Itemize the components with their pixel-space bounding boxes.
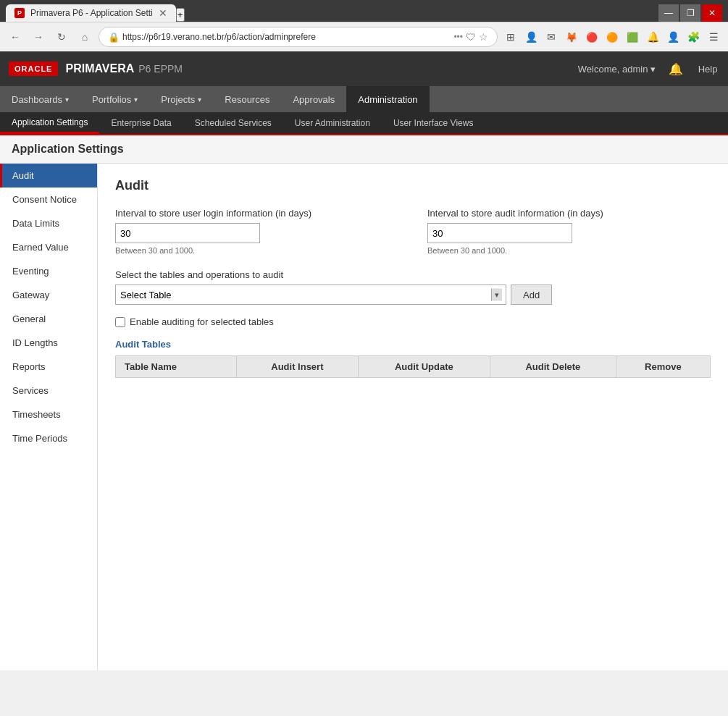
addon2-icon[interactable]: 🟠 — [603, 28, 621, 46]
tab-close-icon[interactable]: ✕ — [159, 8, 167, 18]
col-header-audit-insert: Audit Insert — [237, 356, 359, 378]
sidebar-item-reports[interactable]: Reports — [0, 355, 97, 379]
url-ellipsis: ••• — [453, 32, 463, 42]
sidebar-item-data-limits[interactable]: Data Limits — [0, 211, 97, 235]
projects-chevron-icon: ▾ — [198, 96, 201, 104]
select-tables-row: Select the tables and operations to audi… — [115, 269, 711, 305]
browser-chrome: P Primavera P6 - Application Setti ✕ + —… — [0, 0, 728, 22]
audit-interval-input[interactable] — [427, 223, 572, 243]
nav-portfolios-label: Portfolios — [92, 94, 131, 105]
notification-bell-icon[interactable]: 🔔 — [664, 57, 687, 80]
close-window-button[interactable]: ✕ — [702, 4, 722, 22]
nav-administration[interactable]: Administration — [346, 86, 429, 112]
minimize-button[interactable]: — — [658, 4, 679, 22]
dashboards-chevron-icon: ▾ — [65, 96, 69, 104]
nav-projects[interactable]: Projects ▾ — [149, 86, 213, 112]
subnav-user-administration-label: User Administration — [295, 118, 370, 128]
section-title: Audit — [115, 178, 711, 193]
audit-interval-label: Interval to store audit information (in … — [427, 208, 711, 219]
subnav-user-administration[interactable]: User Administration — [283, 112, 382, 134]
subnav-scheduled-services[interactable]: Scheduled Services — [183, 112, 283, 134]
sidebar-item-id-lengths[interactable]: ID Lengths — [0, 331, 97, 355]
browser-tabs: P Primavera P6 - Application Setti ✕ + — [6, 4, 722, 22]
subnav-application-settings[interactable]: Application Settings — [0, 112, 99, 134]
url-text: https://p6r19.verano.net.br/p6/action/ad… — [122, 32, 451, 42]
nav-projects-label: Projects — [161, 94, 195, 105]
new-tab-button[interactable]: + — [176, 8, 185, 22]
address-bar[interactable]: 🔒 https://p6r19.verano.net.br/p6/action/… — [99, 27, 498, 47]
subnav-application-settings-label: Application Settings — [12, 117, 88, 127]
app-product: P6 EPPM — [138, 63, 183, 75]
app-brand: PRIMAVERA — [65, 62, 134, 75]
login-interval-group: Interval to store user login information… — [115, 208, 398, 255]
audit-interval-hint: Between 30 and 1000. — [427, 246, 711, 255]
addon3-icon[interactable]: 🟩 — [624, 28, 641, 46]
sidebar-item-audit[interactable]: Audit — [0, 164, 97, 188]
nav-dashboards[interactable]: Dashboards ▾ — [0, 86, 80, 112]
welcome-text[interactable]: Welcome, admin — [578, 64, 656, 75]
main-nav: Dashboards ▾ Portfolios ▾ Projects ▾ Res… — [0, 86, 728, 112]
sidebar-item-eventing[interactable]: Eventing — [0, 259, 97, 283]
content-layout: Audit Consent Notice Data Limits Earned … — [0, 164, 728, 670]
puzzle-icon[interactable]: 🧩 — [685, 28, 702, 46]
sidebar-item-services[interactable]: Services — [0, 379, 97, 403]
fox-icon[interactable]: 🦊 — [563, 28, 580, 46]
user2-icon[interactable]: 👤 — [664, 28, 682, 46]
app-header: ORACLE PRIMAVERA P6 EPPM Welcome, admin … — [0, 51, 728, 86]
browser-tab-active[interactable]: P Primavera P6 - Application Setti ✕ — [6, 4, 176, 22]
refresh-button[interactable]: ↻ — [52, 28, 71, 46]
table-select[interactable]: Select Table — [115, 285, 506, 305]
sidebar-item-time-periods[interactable]: Time Periods — [0, 426, 97, 450]
sidebar-item-general[interactable]: General — [0, 307, 97, 331]
home-button[interactable]: ⌂ — [75, 28, 94, 46]
page-container: Application Settings Audit Consent Notic… — [0, 135, 728, 670]
menu-icon[interactable]: ☰ — [705, 28, 722, 46]
col-header-remove: Remove — [616, 356, 710, 378]
subnav-user-interface-views-label: User Interface Views — [393, 118, 474, 128]
sidebar: Audit Consent Notice Data Limits Earned … — [0, 164, 98, 670]
enable-auditing-checkbox[interactable] — [115, 317, 125, 327]
header-right: Welcome, admin 🔔 Help — [578, 57, 719, 80]
profile-icon[interactable]: 👤 — [522, 28, 540, 46]
checkbox-row: Enable auditing for selected tables — [115, 316, 711, 327]
extensions-icon[interactable]: ⊞ — [502, 28, 519, 46]
subnav-user-interface-views[interactable]: User Interface Views — [382, 112, 485, 134]
sidebar-item-earned-value[interactable]: Earned Value — [0, 235, 97, 259]
login-interval-label: Interval to store user login information… — [115, 208, 398, 219]
back-button[interactable]: ← — [6, 28, 25, 46]
tab-favicon: P — [14, 8, 25, 18]
shield-icon: 🛡 — [466, 31, 476, 43]
forward-button[interactable]: → — [29, 28, 48, 46]
audit-interval-group: Interval to store audit information (in … — [427, 208, 711, 255]
maximize-button[interactable]: ❐ — [680, 4, 700, 22]
nav-resources[interactable]: Resources — [213, 86, 281, 112]
nav-approvals-label: Approvals — [293, 94, 335, 105]
help-button[interactable]: Help — [696, 57, 719, 80]
window-controls: — ❐ ✕ — [658, 4, 722, 22]
select-with-btn: Select Table ▾ Add — [115, 285, 711, 305]
subnav-scheduled-services-label: Scheduled Services — [195, 118, 272, 128]
nav-portfolios[interactable]: Portfolios ▾ — [80, 86, 149, 112]
secure-icon: 🔒 — [108, 32, 120, 43]
login-interval-hint: Between 30 and 1000. — [115, 246, 398, 255]
nav-approvals[interactable]: Approvals — [281, 86, 346, 112]
nav-administration-label: Administration — [358, 94, 417, 105]
browser-toolbar: ← → ↻ ⌂ 🔒 https://p6r19.verano.net.br/p6… — [0, 22, 728, 51]
portfolios-chevron-icon: ▾ — [134, 96, 138, 104]
sidebar-item-timesheets[interactable]: Timesheets — [0, 403, 97, 426]
subnav-enterprise-data[interactable]: Enterprise Data — [99, 112, 183, 134]
mail-icon[interactable]: ✉ — [543, 28, 560, 46]
col-header-audit-update: Audit Update — [358, 356, 490, 378]
enable-auditing-label: Enable auditing for selected tables — [130, 316, 274, 327]
addon-icon[interactable]: 🔴 — [583, 28, 601, 46]
star-icon: ☆ — [479, 31, 488, 43]
sidebar-item-gateway[interactable]: Gateway — [0, 283, 97, 307]
login-interval-input[interactable] — [115, 223, 260, 243]
bell-icon[interactable]: 🔔 — [644, 28, 661, 46]
nav-dashboards-label: Dashboards — [12, 94, 62, 105]
add-button[interactable]: Add — [511, 285, 552, 305]
sidebar-item-consent-notice[interactable]: Consent Notice — [0, 188, 97, 211]
page-header: Application Settings — [0, 135, 728, 164]
tab-title: Primavera P6 - Application Setti — [30, 8, 153, 18]
select-tables-label: Select the tables and operations to audi… — [115, 269, 711, 280]
